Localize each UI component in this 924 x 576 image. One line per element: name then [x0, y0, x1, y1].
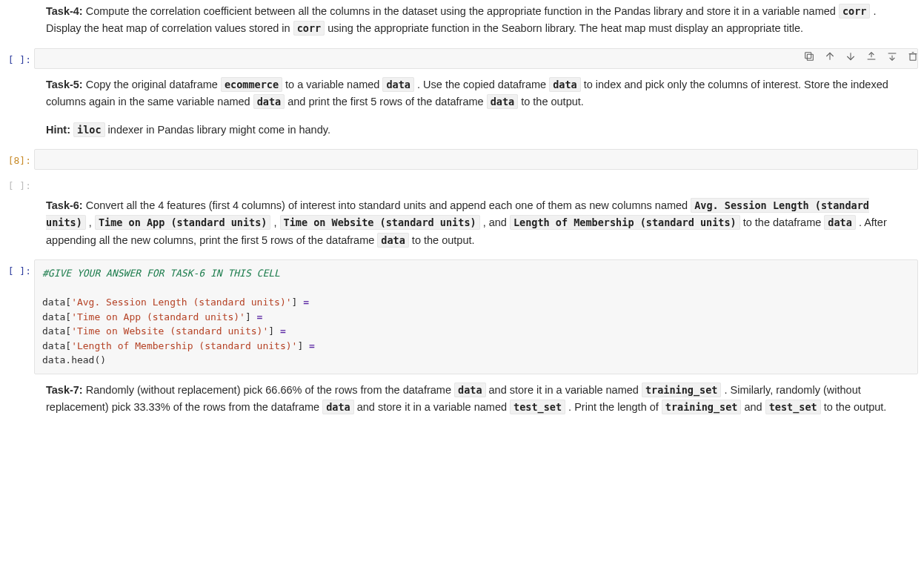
task4-text-c: using the appropriate function in the Se…: [325, 22, 803, 34]
task4-paragraph: Task-4: Compute the correlation coeffici…: [46, 3, 912, 38]
svg-rect-1: [805, 53, 811, 59]
code-op: =: [303, 297, 309, 308]
code-data-c: data: [253, 94, 285, 109]
code-input[interactable]: [34, 174, 918, 188]
t5-t5: and print the first 5 rows of the datafr…: [285, 96, 486, 107]
insert-above-icon[interactable]: [865, 50, 878, 63]
cell-prompt: [0, 73, 34, 78]
t5-t1: Copy the original dataframe: [83, 79, 221, 90]
code-ecommerce: ecommerce: [221, 77, 282, 92]
svg-rect-2: [910, 54, 916, 61]
code-data-b: data: [549, 77, 581, 92]
svg-rect-0: [807, 54, 813, 60]
move-down-icon[interactable]: [844, 50, 857, 63]
code-training-set-b: training_set: [662, 400, 742, 414]
code-input-wrap: [34, 174, 924, 188]
task6-paragraph: Task-6: Convert all the 4 features (firs…: [46, 197, 912, 249]
cell-prompt: [ ]:: [0, 259, 34, 279]
code-test-set-a: test_set: [510, 400, 565, 414]
code-op: =: [280, 325, 286, 337]
code-corr-a: corr: [839, 4, 871, 19]
t5-t2: to a variable named: [282, 79, 382, 90]
t6-t5: to the dataframe: [740, 216, 825, 228]
task5-paragraph: Task-5: Copy the original dataframe ecom…: [46, 76, 912, 111]
t7-t7: to the output.: [821, 401, 887, 413]
code-tok: data.head(): [42, 354, 106, 365]
code-data-h: data: [322, 400, 354, 414]
task4-prefix: Task-4:: [46, 5, 83, 17]
code-test-set-b: test_set: [765, 400, 821, 414]
task7-prefix: Task-7:: [46, 384, 83, 396]
code-tok: ]: [297, 340, 309, 351]
t5-t6: to the output.: [518, 96, 584, 107]
cell-prompt: [0, 194, 34, 199]
code-data-e: data: [824, 215, 856, 230]
code-training-set-a: training_set: [642, 383, 722, 397]
task5-hint: Hint: iloc indexer in Pandas library mig…: [46, 122, 912, 139]
markdown-cell-task6: Task-6: Convert all the 4 features (firs…: [0, 194, 924, 259]
code-comment: #GIVE YOUR ANSWER FOR TASK-6 IN THIS CEL…: [42, 268, 280, 279]
markdown-cell-task4: Task-4: Compute the correlation coeffici…: [0, 0, 924, 48]
code-op: =: [257, 311, 263, 322]
t6-t4: , and: [480, 216, 510, 228]
task5-prefix: Task-5:: [46, 79, 83, 90]
code-input-wrap: #GIVE YOUR ANSWER FOR TASK-6 IN THIS CEL…: [34, 259, 924, 374]
code-string: 'Time on App (standard units)': [71, 311, 245, 322]
code-data-g: data: [454, 383, 486, 397]
code-cell-empty-b[interactable]: [ ]:: [0, 174, 924, 193]
code-data-a: data: [382, 77, 414, 92]
markdown-cell-task7: Task-7: Randomly (without replacement) p…: [0, 379, 924, 427]
code-input[interactable]: #GIVE YOUR ANSWER FOR TASK-6 IN THIS CEL…: [34, 259, 918, 374]
cell-toolbar: [802, 50, 920, 63]
markdown-body: Task-5: Copy the original dataframe ecom…: [34, 73, 924, 149]
insert-below-icon[interactable]: [885, 50, 899, 63]
task6-prefix: Task-6:: [46, 199, 83, 211]
code-tok: data[: [42, 325, 71, 337]
code-tok: ]: [292, 297, 304, 308]
code-iloc: iloc: [73, 122, 105, 137]
delete-icon[interactable]: [906, 50, 920, 63]
hint-text: indexer in Pandas library might come in …: [105, 124, 330, 136]
cell-prompt: [0, 0, 34, 4]
code-cell-8[interactable]: [8]:: [0, 149, 924, 170]
cell-prompt: [ ]:: [0, 174, 34, 193]
notebook: Task-4: Compute the correlation coeffici…: [0, 0, 924, 426]
code-tok: data[: [42, 297, 71, 308]
code-time-website: Time on Website (standard units): [280, 215, 480, 230]
code-time-app: Time on App (standard units): [95, 215, 271, 230]
t7-t6: and: [741, 401, 765, 413]
code-cell-task6[interactable]: [ ]: #GIVE YOUR ANSWER FOR TASK-6 IN THI…: [0, 259, 924, 374]
code-op: =: [309, 340, 315, 351]
duplicate-icon[interactable]: [802, 50, 816, 63]
code-tok: ]: [245, 311, 257, 322]
t6-t2: ,: [86, 216, 95, 228]
code-string: 'Length of Membership (standard units)': [71, 340, 297, 351]
move-up-icon[interactable]: [823, 50, 837, 63]
code-string: 'Avg. Session Length (standard units)': [71, 297, 291, 308]
code-input[interactable]: [34, 149, 918, 170]
code-input-wrap: [34, 48, 924, 69]
hint-label: Hint:: [46, 124, 70, 136]
code-length-membership: Length of Membership (standard units): [510, 215, 740, 230]
markdown-body: Task-4: Compute the correlation coeffici…: [34, 0, 924, 48]
t6-t7: to the output.: [409, 234, 475, 246]
task4-text-a: Compute the correlation coefficient betw…: [83, 5, 839, 17]
cell-prompt: [ ]:: [0, 48, 34, 67]
code-cell-task4[interactable]: [ ]:: [0, 48, 924, 69]
t7-t5: . Print the length of: [565, 401, 662, 413]
t7-t4: and store it in a variable named: [354, 401, 510, 413]
t6-t3: ,: [270, 216, 279, 228]
markdown-body: Task-6: Convert all the 4 features (firs…: [34, 194, 924, 259]
code-input-wrap: [34, 149, 924, 170]
markdown-cell-task5: Task-5: Copy the original dataframe ecom…: [0, 73, 924, 149]
t7-t2: and store it in a variable named: [486, 384, 642, 396]
code-data-d: data: [487, 94, 519, 109]
cell-prompt: [8]:: [0, 149, 34, 168]
code-input[interactable]: [34, 48, 918, 69]
cell-prompt: [0, 379, 34, 383]
code-string: 'Time on Website (standard units)': [71, 325, 268, 337]
markdown-body: Task-7: Randomly (without replacement) p…: [34, 379, 924, 427]
task7-paragraph: Task-7: Randomly (without replacement) p…: [46, 382, 912, 417]
t5-t3: . Use the copied dataframe: [414, 79, 549, 90]
code-data-f: data: [377, 233, 409, 248]
